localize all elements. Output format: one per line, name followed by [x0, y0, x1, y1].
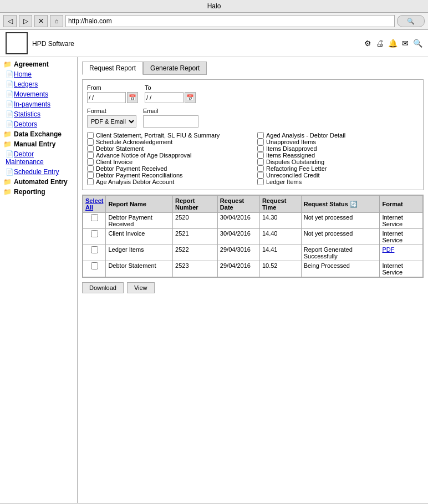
row-report-number-0: 2520	[173, 213, 218, 229]
row-request-status-2: Report Generated Successfully	[301, 245, 380, 261]
doc-icon: 📄	[6, 110, 14, 118]
print-icon[interactable]: 🖨	[376, 39, 384, 48]
sidebar-item-statistics[interactable]: 📄Statistics	[0, 109, 77, 119]
form-row-dates: From 📅 To 📅	[87, 84, 419, 103]
app-header: HPD Software ⚙ 🖨 🔔 ✉ 🔍	[0, 30, 428, 57]
checkbox-left-7[interactable]	[87, 179, 94, 185]
pdf-link-2[interactable]: PDF	[382, 246, 394, 253]
checkbox-left-5[interactable]	[87, 165, 94, 172]
row-request-status-0: Not yet processed	[301, 213, 380, 229]
col-request-time: Request Time	[259, 196, 301, 213]
row-report-name-2: Ledger Items	[106, 245, 173, 261]
sidebar-section-data-exchange[interactable]: 📁 Data Exchange	[0, 129, 77, 139]
sidebar-item-movements[interactable]: 📄Movements	[0, 89, 77, 99]
sidebar-section-manual-entry[interactable]: 📁 Manual Entry	[0, 139, 77, 149]
checkbox-right-0[interactable]	[257, 132, 264, 139]
address-bar[interactable]	[65, 15, 395, 27]
format-select[interactable]: PDF & Email PDF Email	[87, 115, 136, 128]
select-all-link[interactable]: Select All	[85, 197, 103, 211]
from-calendar-button[interactable]: 📅	[127, 92, 138, 103]
checkboxes-grid: Client Statement, Portrait, SL FIU & Sum…	[87, 132, 419, 185]
sidebar-item-home[interactable]: 📄Home	[0, 69, 77, 79]
tab-request-report[interactable]: Request Report	[82, 62, 143, 75]
doc-icon: 📄	[6, 100, 14, 108]
app-logo	[6, 32, 28, 54]
col-format: Format	[380, 196, 423, 213]
main-layout: 📁 Agreement 📄Home 📄Ledgers 📄Movements 📄I…	[0, 57, 428, 503]
sidebar-item-debtor-maintenance[interactable]: 📄Debtor Maintenance	[0, 149, 77, 167]
refresh-icon[interactable]: 🔄	[350, 201, 358, 207]
settings-icon[interactable]: ⚙	[364, 39, 371, 48]
col-select: Select All	[83, 196, 106, 213]
nav-home-button[interactable]: ⌂	[50, 15, 63, 27]
row-report-number-2: 2522	[173, 245, 218, 261]
tab-generate-report[interactable]: Generate Report	[143, 62, 207, 75]
form-row-format: Format PDF & Email PDF Email Email	[87, 108, 419, 128]
browser-title-bar: Halo	[0, 0, 428, 13]
sidebar-item-inpayments[interactable]: 📄In-payments	[0, 99, 77, 109]
to-date-input[interactable]	[145, 92, 184, 103]
checkbox-right-item-3: Items Reassigned	[257, 152, 419, 159]
row-report-name-0: Debtor Payment Received	[106, 213, 173, 229]
checkbox-left-1[interactable]	[87, 139, 94, 145]
checkbox-left-3[interactable]	[87, 152, 94, 159]
search-header-icon[interactable]: 🔍	[413, 39, 422, 48]
col-request-status: Request Status 🔄	[301, 196, 380, 213]
sidebar-section-reporting[interactable]: 📁 Reporting	[0, 187, 77, 197]
download-button[interactable]: Download	[82, 282, 124, 293]
nav-close-button[interactable]: ✕	[34, 15, 48, 27]
view-button[interactable]: View	[127, 282, 155, 293]
to-calendar-button[interactable]: 📅	[185, 92, 196, 103]
sidebar-item-schedule-entry[interactable]: 📄Schedule Entry	[0, 167, 77, 177]
action-buttons: Download View	[82, 282, 424, 293]
checkbox-left-0[interactable]	[87, 132, 94, 139]
row-request-date-1: 30/04/2016	[217, 229, 259, 245]
row-checkbox-3[interactable]	[91, 262, 98, 269]
row-checkbox-0[interactable]	[91, 214, 98, 221]
doc-icon: 📄	[6, 168, 14, 176]
nav-back-button[interactable]: ◁	[3, 15, 17, 27]
browser-search-button[interactable]: 🔍	[397, 15, 425, 27]
checkbox-right-item-5: Refactoring Fee Letter	[257, 165, 419, 172]
notification-icon[interactable]: 🔔	[388, 39, 398, 48]
checkbox-right-7[interactable]	[257, 179, 264, 185]
checkbox-right-6[interactable]	[257, 172, 264, 179]
to-group: To 📅	[145, 84, 196, 103]
row-checkbox-1[interactable]	[91, 230, 98, 237]
sidebar-section-agreement: 📁 Agreement	[0, 59, 77, 69]
sidebar-item-ledgers[interactable]: 📄Ledgers	[0, 79, 77, 89]
sidebar-item-debtors[interactable]: 📄Debtors	[0, 119, 77, 129]
row-format-3: Internet Service	[380, 261, 423, 277]
from-date-input[interactable]	[87, 92, 126, 103]
checkbox-right-4[interactable]	[257, 159, 264, 165]
checkbox-right-1[interactable]	[257, 139, 264, 145]
folder-icon: 📁	[3, 140, 12, 148]
doc-icon: 📄	[6, 90, 14, 98]
row-select-cell-1	[83, 229, 106, 245]
row-checkbox-2[interactable]	[91, 246, 98, 253]
email-input[interactable]	[143, 115, 198, 128]
checkbox-left-item-3: Advance Notice of Age Disapproval	[87, 152, 248, 159]
doc-icon: 📄	[6, 120, 14, 128]
checkbox-right-5[interactable]	[257, 165, 264, 172]
email-label: Email	[143, 108, 198, 114]
format-label: Format	[87, 108, 136, 114]
checkbox-right-2[interactable]	[257, 145, 264, 152]
checkbox-right-3[interactable]	[257, 152, 264, 159]
mail-icon[interactable]: ✉	[402, 39, 409, 48]
row-request-time-3: 10.52	[259, 261, 301, 277]
sidebar: 📁 Agreement 📄Home 📄Ledgers 📄Movements 📄I…	[0, 57, 78, 503]
doc-icon: 📄	[6, 80, 14, 88]
to-date-input-group: 📅	[145, 92, 196, 103]
checkbox-left-4[interactable]	[87, 159, 94, 165]
checkbox-left-2[interactable]	[87, 145, 94, 152]
sidebar-section-automated-entry[interactable]: 📁 Automated Entry	[0, 177, 77, 187]
nav-forward-button[interactable]: ▷	[19, 15, 32, 27]
checkbox-left-item-7: Age Analysis Debtor Account	[87, 179, 248, 185]
folder-icon: 📁	[3, 60, 12, 68]
browser-title: Halo	[207, 2, 221, 10]
col-request-date: Request Date	[217, 196, 259, 213]
folder-icon: 📁	[3, 188, 12, 196]
table-row: Client Invoice 2521 30/04/2016 14.40 Not…	[83, 229, 423, 245]
checkbox-left-6[interactable]	[87, 172, 94, 179]
